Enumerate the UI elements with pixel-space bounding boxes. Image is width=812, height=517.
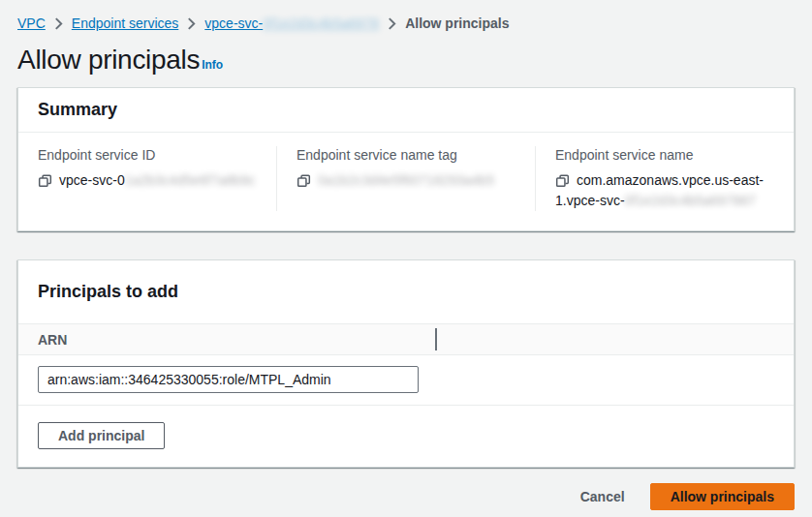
summary-title: Summary <box>38 100 774 120</box>
principals-title: Principals to add <box>38 282 774 302</box>
arn-input-row <box>18 355 794 405</box>
field-value: vpce-svc-01a2b3c4d5e6f7a8b9c <box>38 170 257 191</box>
breadcrumb-vpc-link[interactable]: VPC <box>17 15 46 32</box>
principals-card-header: Principals to add <box>18 260 794 323</box>
field-value: 0a1b2c3d4e5f60718293a4b5 <box>297 170 515 191</box>
page-actions: Cancel Allow principals <box>17 483 795 510</box>
arn-input[interactable] <box>38 366 419 393</box>
principals-card: Principals to add ARN Add principal <box>17 259 795 468</box>
page-title: Allow principals <box>17 45 200 76</box>
allow-principals-page: { "colors": { "link": "#0073bb", "primar… <box>0 0 812 517</box>
content-area: VPC Endpoint services vpce-svc-0f1e2d3c4… <box>0 0 812 510</box>
principals-card-footer: Add principal <box>18 405 794 467</box>
field-label: Endpoint service name <box>555 146 774 164</box>
summary-card: Summary Endpoint service ID vpce-svc-01a… <box>17 87 795 231</box>
summary-card-body: Endpoint service ID vpce-svc-01a2b3c4d5e… <box>18 133 794 230</box>
summary-card-header: Summary <box>18 88 794 133</box>
field-value-redacted: 1a2b3c4d5e6f7a8b9c <box>125 172 256 188</box>
field-value-redacted: 0f1e2d3c4b5a697887 <box>625 193 756 208</box>
arn-column-header: ARN <box>38 332 67 348</box>
field-value-text: vpce-svc-0 <box>59 172 125 188</box>
summary-field-endpoint-service-name-tag: Endpoint service name tag 0a1b2c3d4e5f60… <box>276 146 535 211</box>
breadcrumb-endpoint-services-link[interactable]: Endpoint services <box>72 15 179 32</box>
column-resize-divider[interactable] <box>435 328 437 350</box>
breadcrumb-chevron-icon <box>54 17 63 30</box>
field-label: Endpoint service ID <box>38 146 257 164</box>
page-title-row: Allow principals Info <box>17 45 795 76</box>
field-label: Endpoint service name tag <box>297 146 515 164</box>
breadcrumb-service-id-prefix: vpce-svc- <box>204 15 263 31</box>
summary-field-endpoint-service-name: Endpoint service name com.amazonaws.vpce… <box>535 146 794 211</box>
info-link[interactable]: Info <box>202 58 223 72</box>
breadcrumb-chevron-icon <box>388 17 396 30</box>
summary-field-endpoint-service-id: Endpoint service ID vpce-svc-01a2b3c4d5e… <box>18 146 276 211</box>
breadcrumb-service-id-link[interactable]: vpce-svc-0f1e2d3c4b5a6978 <box>204 15 379 32</box>
cancel-button[interactable]: Cancel <box>580 484 625 509</box>
allow-principals-button[interactable]: Allow principals <box>650 483 795 510</box>
copy-icon[interactable] <box>297 173 311 188</box>
breadcrumb-current-page: Allow principals <box>405 15 509 32</box>
add-principal-button[interactable]: Add principal <box>38 422 165 449</box>
field-value: com.amazonaws.vpce.us-east-1.vpce-svc-0f… <box>555 170 774 211</box>
breadcrumb: VPC Endpoint services vpce-svc-0f1e2d3c4… <box>17 15 795 32</box>
field-value-redacted: 0a1b2c3d4e5f60718293a4b5 <box>318 172 494 188</box>
copy-icon[interactable] <box>38 173 52 188</box>
breadcrumb-chevron-icon <box>187 17 196 30</box>
arn-column-header-row: ARN <box>18 323 794 355</box>
copy-icon[interactable] <box>555 173 570 188</box>
breadcrumb-service-id-redacted: 0f1e2d3c4b5a6978 <box>263 15 379 31</box>
